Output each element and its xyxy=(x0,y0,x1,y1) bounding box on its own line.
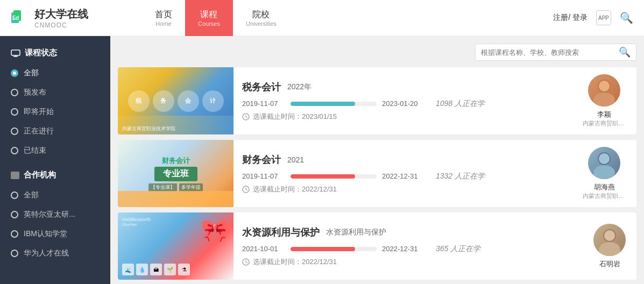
thumb-icon: 🌊 xyxy=(122,264,134,275)
main-layout: 课程状态 全部 预发布 即将开始 正在进行 已结束 合作机构 全部 xyxy=(0,36,644,284)
thumb-char: 会 xyxy=(178,90,199,112)
nav-courses[interactable]: 课程 Courses xyxy=(185,0,233,36)
teacher-avatar xyxy=(593,224,626,256)
sidebar-item-ibm[interactable]: IBM认知学堂 xyxy=(0,224,110,244)
course-date-row: 2019-11-07 2023-01-20 1098 人正在学 xyxy=(242,99,563,109)
app-download-button[interactable]: APP xyxy=(596,10,611,25)
students-count: 1098 人正在学 xyxy=(436,99,485,109)
monitor-icon xyxy=(11,49,20,57)
sidebar-dot xyxy=(11,191,18,199)
sidebar-item-pre-release[interactable]: 预发布 xyxy=(0,83,110,102)
sidebar-item-ongoing[interactable]: 正在进行 xyxy=(0,122,110,141)
thumb-char: 计 xyxy=(202,90,224,112)
search-input[interactable] xyxy=(481,48,619,56)
sidebar-dot xyxy=(11,230,18,238)
course-teacher: 石明岩 xyxy=(583,218,636,274)
course-title: 水资源利用与保护 xyxy=(242,226,320,239)
sidebar-item-all-org[interactable]: 全部 xyxy=(0,186,110,205)
svg-point-24 xyxy=(604,230,615,241)
sidebar-dot xyxy=(11,89,18,96)
logo-sub: CNMOOC xyxy=(34,22,88,29)
nav-home[interactable]: 首页 Home xyxy=(142,0,185,36)
students-count: 1332 人正在学 xyxy=(436,172,485,181)
sidebar-dot xyxy=(11,250,18,257)
thumb-icon: 🏔 xyxy=(150,264,162,275)
teacher-name: 胡海燕 xyxy=(594,182,615,192)
svg-point-17 xyxy=(593,165,615,179)
sidebar-item-huawei[interactable]: 华为人才在线 xyxy=(0,244,110,263)
clock-icon xyxy=(242,258,250,266)
teacher-org: 内蒙古商贸职业... xyxy=(583,192,626,200)
course-thumbnail: 🎀 Middlesworth Stucher 🌊 💧 🏔 🌱 ⚗ xyxy=(118,212,233,280)
teacher-avatar xyxy=(588,74,620,106)
search-submit-icon[interactable]: 🔍 xyxy=(619,46,631,58)
sidebar-item-upcoming[interactable]: 即将开始 xyxy=(0,102,110,122)
course-title: 财务会计 xyxy=(242,153,281,166)
sidebar-item-ended[interactable]: 已结束 xyxy=(0,141,110,160)
teacher-name: 石明岩 xyxy=(599,259,620,269)
svg-line-15 xyxy=(246,189,247,190)
course-end-date: 2023-01-20 xyxy=(382,100,425,108)
login-button[interactable]: 注册/ 登录 xyxy=(553,13,588,23)
thumb-icon: 🌱 xyxy=(164,264,176,275)
course-deadline: 选课截止时间：2022/12/31 xyxy=(242,184,563,194)
sidebar-dot xyxy=(11,127,18,135)
logo[interactable]: E d 好大学在线 CNMOOC xyxy=(11,7,88,29)
course-date-row: 2019-11-07 2022-12-31 1332 人正在学 xyxy=(242,172,563,181)
progress-fill xyxy=(291,174,355,179)
clock-icon xyxy=(242,113,250,120)
course-title-row: 税务会计 2022年 xyxy=(242,81,563,94)
course-teacher: 李颖 内蒙古商贸职业... xyxy=(572,69,636,133)
course-card[interactable]: 🎀 Middlesworth Stucher 🌊 💧 🏔 🌱 ⚗ 水资源利用与保… xyxy=(118,212,636,280)
progress-fill xyxy=(291,102,355,106)
logo-icon: E d xyxy=(11,8,30,27)
thumb-icons: 🌊 💧 🏔 🌱 ⚗ xyxy=(122,264,190,275)
sidebar-dot xyxy=(11,69,18,77)
course-card[interactable]: 税 务 会 计 内蒙古商贸职业技术学院 税务会计 2022年 2019-11-0… xyxy=(118,67,636,134)
course-start-date: 2019-11-07 xyxy=(242,172,285,180)
course-card[interactable]: 财务会计 专业班 【专业课】 多学年提 财务会计 2021 2019-11-07 xyxy=(118,140,636,207)
thumb-char: 务 xyxy=(153,90,174,112)
course-thumbnail: 税 务 会 计 内蒙古商贸职业技术学院 xyxy=(118,67,233,134)
svg-line-21 xyxy=(246,262,247,263)
course-list: 🔍 税 务 会 计 内蒙古商贸职业技术学院 税务会计 2022年 xyxy=(110,36,644,284)
sidebar-dot xyxy=(11,147,18,154)
course-year: 2022年 xyxy=(287,82,312,92)
svg-point-11 xyxy=(593,93,615,106)
course-title: 税务会计 xyxy=(242,81,281,94)
sidebar-item-intel[interactable]: 英特尔亚太研... xyxy=(0,205,110,224)
header: E d 好大学在线 CNMOOC 首页 Home 课程 Courses 院校 U… xyxy=(0,0,644,36)
course-start-date: 2019-11-07 xyxy=(242,100,285,108)
course-info: 水资源利用与保护 水资源利用与保护 2021-10-01 2022-12-31 … xyxy=(233,219,583,273)
svg-point-23 xyxy=(599,242,620,256)
nav-universities[interactable]: 院校 Universities xyxy=(233,0,289,36)
course-title-row: 水资源利用与保护 水资源利用与保护 xyxy=(242,226,574,239)
svg-text:d: d xyxy=(16,15,19,21)
search-input-wrap[interactable]: 🔍 xyxy=(475,44,636,61)
course-deadline: 选课截止时间：2022/12/31 xyxy=(242,257,574,267)
main-nav: 首页 Home 课程 Courses 院校 Universities xyxy=(142,0,289,36)
bow-decoration: 🎀 xyxy=(201,218,228,243)
thumb-icon: ⚗ xyxy=(178,264,190,275)
students-count: 365 人正在学 xyxy=(436,244,480,254)
header-right: 注册/ 登录 APP 🔍 xyxy=(553,10,633,25)
course-teacher: 胡海燕 内蒙古商贸职业... xyxy=(572,141,636,205)
svg-line-9 xyxy=(246,117,247,118)
course-title-row: 财务会计 2021 xyxy=(242,153,563,166)
course-end-date: 2022-12-31 xyxy=(382,245,425,253)
sidebar-item-all-status[interactable]: 全部 xyxy=(0,63,110,83)
course-date-row: 2021-10-01 2022-12-31 365 人正在学 xyxy=(242,244,574,254)
sidebar-dot xyxy=(11,211,18,218)
course-progress-bar xyxy=(291,174,377,179)
teacher-name: 李颖 xyxy=(597,110,611,119)
svg-point-18 xyxy=(599,153,610,164)
svg-rect-4 xyxy=(11,50,20,55)
header-search-icon[interactable]: 🔍 xyxy=(620,11,633,24)
course-year: 2021 xyxy=(287,155,304,164)
course-info: 税务会计 2022年 2019-11-07 2023-01-20 1098 人正… xyxy=(233,74,572,128)
teacher-org: 内蒙古商贸职业... xyxy=(583,119,626,127)
course-end-date: 2022-12-31 xyxy=(382,172,425,180)
course-progress-bar xyxy=(291,247,377,251)
clock-icon xyxy=(242,186,250,193)
sidebar-org-title: 合作机构 xyxy=(0,165,110,186)
